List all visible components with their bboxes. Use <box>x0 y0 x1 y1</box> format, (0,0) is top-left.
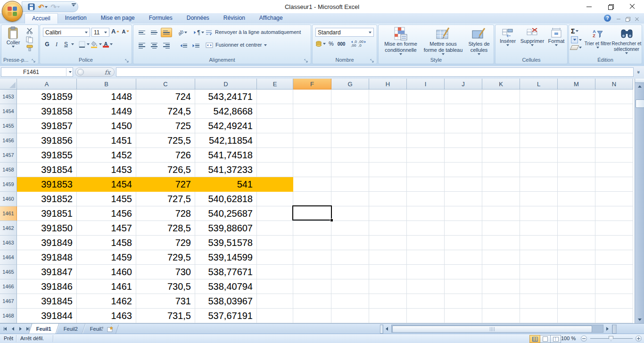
cell-F1464[interactable] <box>293 250 331 265</box>
cell-C1466[interactable]: 730,5 <box>136 279 195 294</box>
cell-N1467[interactable] <box>595 294 633 309</box>
column-header-E[interactable]: E <box>257 79 293 90</box>
column-header-C[interactable]: C <box>136 79 195 90</box>
cell-D1464[interactable]: 539,14599 <box>195 250 257 265</box>
cell-G1466[interactable] <box>331 279 369 294</box>
cell-I1454[interactable] <box>407 104 445 119</box>
bold-button[interactable]: G <box>43 40 51 49</box>
cell-A1462[interactable]: 391850 <box>17 221 77 236</box>
cell-H1463[interactable] <box>369 236 407 250</box>
cell-E1453[interactable] <box>257 90 293 104</box>
cell-E1464[interactable] <box>257 250 293 265</box>
tab-insertion[interactable]: Insertion <box>58 13 94 24</box>
cut-button[interactable] <box>26 28 33 36</box>
cell-F1457[interactable] <box>293 148 331 163</box>
sort-filter-button[interactable]: AZ Trier et filtrer <box>584 27 611 49</box>
row-header-1467[interactable]: 1467 <box>0 294 17 309</box>
cell-D1459[interactable]: 541 <box>195 177 257 192</box>
increase-decimal-button[interactable]: ,0 ,00 <box>351 40 357 48</box>
cell-I1464[interactable] <box>407 250 445 265</box>
tab-mise-en-page[interactable]: Mise en page <box>94 13 142 24</box>
cell-K1455[interactable] <box>482 119 520 133</box>
insert-function-area[interactable]: fx <box>75 67 115 77</box>
italic-button[interactable]: I <box>52 40 61 49</box>
cell-L1462[interactable] <box>520 221 558 236</box>
cell-M1457[interactable] <box>558 148 595 163</box>
cell-N1458[interactable] <box>595 163 633 177</box>
workbook-restore-button[interactable] <box>624 16 631 22</box>
cell-B1462[interactable]: 1457 <box>77 221 136 236</box>
undo-button[interactable]: ↶ <box>37 3 49 11</box>
cell-M1456[interactable] <box>558 133 595 148</box>
row-header-1453[interactable]: 1453 <box>0 90 17 104</box>
column-header-M[interactable]: M <box>558 79 595 90</box>
h-scroll-right-button[interactable] <box>604 325 611 333</box>
cell-G1468[interactable] <box>331 309 369 323</box>
vertical-split-handle[interactable] <box>635 79 644 83</box>
find-select-button[interactable]: Rechercher et sélectionner <box>611 27 642 54</box>
dialog-launcher-presse-papiers[interactable] <box>32 57 37 63</box>
cell-B1455[interactable]: 1450 <box>77 119 136 133</box>
cell-C1459[interactable]: 727 <box>136 177 195 192</box>
cell-A1464[interactable]: 391848 <box>17 250 77 265</box>
cell-F1466[interactable] <box>293 279 331 294</box>
column-header-I[interactable]: I <box>407 79 445 90</box>
row-header-1455[interactable]: 1455 <box>0 119 17 133</box>
cell-E1467[interactable] <box>257 294 293 309</box>
cell-L1455[interactable] <box>520 119 558 133</box>
cell-styles-button[interactable]: Styles de cellules <box>464 27 494 55</box>
cell-H1454[interactable] <box>369 104 407 119</box>
cell-C1458[interactable]: 726,5 <box>136 163 195 177</box>
cell-H1456[interactable] <box>369 133 407 148</box>
cell-K1464[interactable] <box>482 250 520 265</box>
shrink-font-button[interactable]: A <box>122 29 130 34</box>
cell-D1455[interactable]: 542,49241 <box>195 119 257 133</box>
cell-M1461[interactable] <box>558 206 595 221</box>
copy-button[interactable] <box>26 36 33 45</box>
column-header-F[interactable]: F <box>293 79 331 90</box>
cell-G1457[interactable] <box>331 148 369 163</box>
cell-L1464[interactable] <box>520 250 558 265</box>
cell-N1462[interactable] <box>595 221 633 236</box>
cell-A1453[interactable]: 391859 <box>17 90 77 104</box>
cell-H1457[interactable] <box>369 148 407 163</box>
window-close-button[interactable] <box>621 0 643 13</box>
number-format-select[interactable]: Standard <box>315 28 374 37</box>
cell-H1459[interactable] <box>369 177 407 192</box>
text-direction-button[interactable]: ¶ <box>194 29 204 36</box>
dialog-launcher-nombre[interactable] <box>370 57 376 63</box>
cell-K1460[interactable] <box>482 192 520 206</box>
h-scroll-left-button[interactable] <box>383 325 390 333</box>
cell-H1461[interactable] <box>369 206 407 221</box>
row-header-1468[interactable]: 1468 <box>0 309 17 323</box>
cell-B1460[interactable]: 1455 <box>77 192 136 206</box>
cell-I1460[interactable] <box>407 192 445 206</box>
cell-K1462[interactable] <box>482 221 520 236</box>
redo-button[interactable]: ↷ <box>50 3 61 11</box>
cell-E1456[interactable] <box>257 133 293 148</box>
cell-I1461[interactable] <box>407 206 445 221</box>
cell-J1465[interactable] <box>445 265 482 279</box>
insert-cells-button[interactable]: Insérer <box>497 28 518 46</box>
cell-B1454[interactable]: 1449 <box>77 104 136 119</box>
cell-D1467[interactable]: 538,03967 <box>195 294 257 309</box>
clear-button[interactable] <box>571 45 582 50</box>
cell-K1453[interactable] <box>482 90 520 104</box>
comma-style-button[interactable]: 000 <box>337 41 347 47</box>
cell-C1467[interactable]: 731 <box>136 294 195 309</box>
cell-H1465[interactable] <box>369 265 407 279</box>
row-header-1466[interactable]: 1466 <box>0 279 17 294</box>
sheet-tab-feuil2[interactable]: Feuil2 <box>56 324 85 334</box>
previous-sheet-button[interactable] <box>9 325 16 332</box>
cell-H1464[interactable] <box>369 250 407 265</box>
cell-C1463[interactable]: 729 <box>136 236 195 250</box>
dialog-launcher-alignement[interactable] <box>304 57 310 63</box>
scroll-up-button[interactable] <box>635 83 644 90</box>
cell-E1461[interactable] <box>257 206 293 221</box>
cell-J1453[interactable] <box>445 90 482 104</box>
cell-M1458[interactable] <box>558 163 595 177</box>
cell-L1468[interactable] <box>520 309 558 323</box>
cell-C1457[interactable]: 726 <box>136 148 195 163</box>
borders-button[interactable] <box>79 41 90 48</box>
cell-D1468[interactable]: 537,67191 <box>195 309 257 323</box>
